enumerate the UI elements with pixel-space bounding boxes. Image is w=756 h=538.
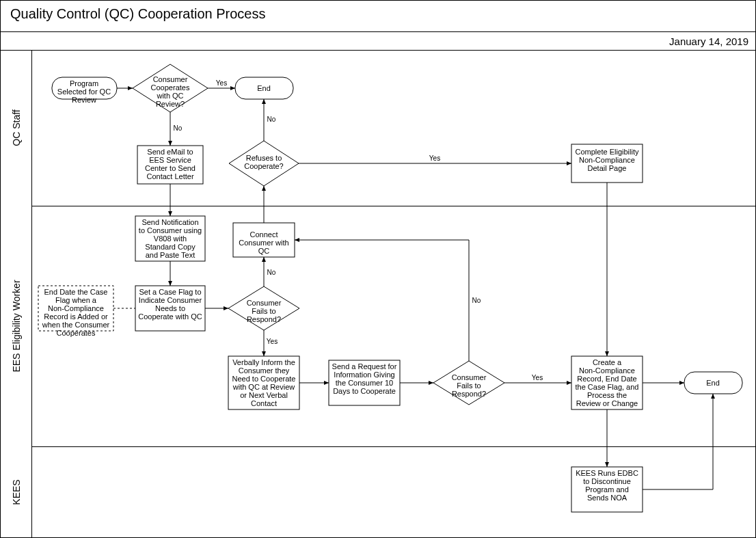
lane-label-ees-worker: EES Eligibility Worker [1,206,31,446]
lane-label-qc-staff: QC Staff [1,50,31,206]
edge-label: No [267,116,276,123]
node-d1-cooperates: ConsumerCooperateswith QCReview? [133,64,208,112]
node-p9-kees-edbc: KEES Runs EDBCto DiscontinueProgram andS… [571,467,643,512]
node-d3-fails-respond: ConsumerFails toRespond? [228,286,299,330]
node-p7-send-request: Send a Request forInformation Givingthe … [329,360,400,405]
edge-label: Yes [429,154,440,162]
node-p6-verbally-inform: Verbally Inform theConsumer theyNeed to … [228,356,299,409]
svg-text:Send eMail toEES ServiceCenter: Send eMail toEES ServiceCenter to SendCo… [145,148,195,180]
diagram-page: Quality Control (QC) Cooperation Process… [0,0,756,538]
edge-label: Yes [267,338,278,345]
node-p4-set-case-flag: Set a Case Flag toIndicate ConsumerNeeds… [135,286,205,331]
node-note-end-date-flag: End Date the CaseFlag when aNon-Complian… [38,286,113,337]
edge-label: No [472,297,481,304]
node-d4-fails-respond: ConsumerFails toRespond? [433,361,504,405]
node-p8-create-record: Create aNon-ComplianceRecord, End Dateth… [571,356,643,409]
edge-label: Yes [216,79,227,87]
node-d2-refuses: Refuses toCooperate? [229,141,299,186]
lane-label-kees: KEES [1,446,31,537]
edge-label: No [174,124,183,132]
node-end2: End [684,372,742,394]
edge [295,240,469,361]
node-p2-complete-page: Complete EligibilityNon-ComplianceDetail… [571,144,643,183]
page-title: Quality Control (QC) Cooperation Process [10,6,265,22]
divider [1,31,755,32]
svg-text:End: End [257,84,271,92]
svg-text:Refuses toCooperate?: Refuses toCooperate? [244,154,284,170]
svg-text:Send a Request forInformation : Send a Request forInformation Givingthe … [332,362,397,395]
svg-text:End: End [706,379,720,387]
node-p5-connect-consumer: ConnectConsumer withQC [233,223,295,257]
node-start: ProgramSelected for QCReview [52,77,117,104]
node-p1-send-email: Send eMail toEES ServiceCenter to SendCo… [137,146,203,184]
flowchart-svg: ProgramSelected for QCReview ConsumerCoo… [31,50,755,537]
page-date: January 14, 2019 [669,36,748,47]
edge [643,394,713,489]
edge-label: No [267,269,276,276]
node-p3-send-notification: Send Notificationto Consumer usingV808 w… [135,216,205,261]
node-end1: End [235,77,293,99]
edge-label: Yes [532,374,543,381]
